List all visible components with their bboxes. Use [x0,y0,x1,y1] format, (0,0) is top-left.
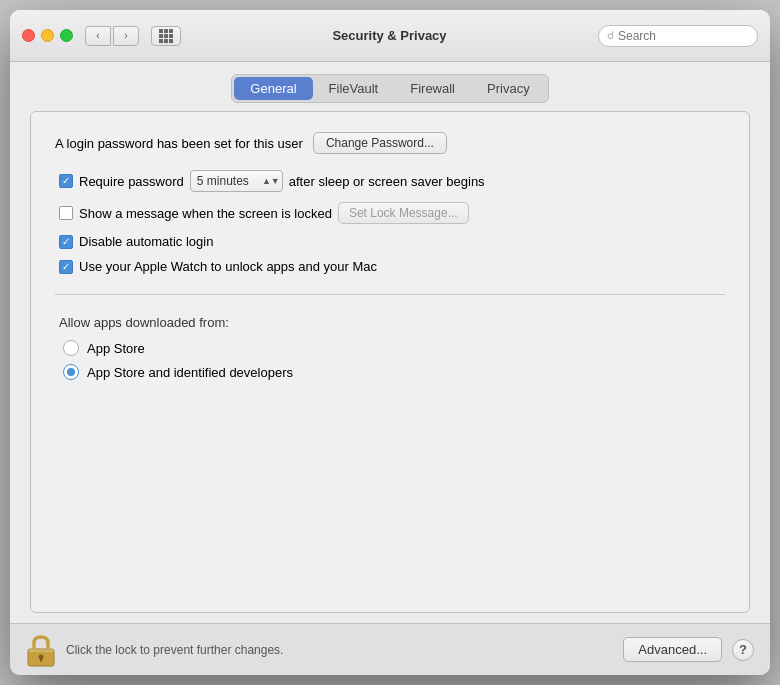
lock-icon[interactable] [26,633,56,667]
radio-app-store-identified-row: App Store and identified developers [59,364,725,380]
tab-filevault[interactable]: FileVault [313,77,395,100]
grid-view-button[interactable] [151,26,181,46]
require-password-checkbox[interactable] [59,174,73,188]
minimize-button[interactable] [41,29,54,42]
radio-app-store-identified[interactable] [63,364,79,380]
titlebar: ‹ › Security & Privacy ☌ [10,10,770,62]
tab-privacy[interactable]: Privacy [471,77,546,100]
grid-icon [159,29,173,43]
require-password-select[interactable]: immediately 5 seconds 1 minute 5 minutes… [190,170,283,192]
radio-app-store-row: App Store [59,340,725,356]
advanced-button[interactable]: Advanced... [623,637,722,662]
apple-watch-checkbox[interactable] [59,260,73,274]
require-password-dropdown-wrapper: immediately 5 seconds 1 minute 5 minutes… [190,170,283,192]
disable-autologin-label: Disable automatic login [79,234,213,249]
traffic-lights [22,29,73,42]
show-message-label: Show a message when the screen is locked [79,206,332,221]
close-button[interactable] [22,29,35,42]
apple-watch-label: Use your Apple Watch to unlock apps and … [79,259,377,274]
tabs: General FileVault Firewall Privacy [231,74,548,103]
disable-autologin-checkbox[interactable] [59,235,73,249]
content-area: A login password has been set for this u… [30,111,750,613]
help-button[interactable]: ? [732,639,754,661]
password-label: A login password has been set for this u… [55,136,303,151]
forward-button[interactable]: › [113,26,139,46]
search-input[interactable] [618,29,749,43]
footer-lock-text: Click the lock to prevent further change… [66,643,613,657]
back-button[interactable]: ‹ [85,26,111,46]
disable-autologin-row: Disable automatic login [55,234,725,249]
change-password-button[interactable]: Change Password... [313,132,447,154]
search-box[interactable]: ☌ [598,25,758,47]
footer: Click the lock to prevent further change… [10,623,770,675]
tab-general[interactable]: General [234,77,312,100]
divider [55,294,725,295]
tab-firewall[interactable]: Firewall [394,77,471,100]
main-window: ‹ › Security & Privacy ☌ General FileVau… [10,10,770,675]
tabs-container: General FileVault Firewall Privacy [10,62,770,111]
svg-rect-3 [28,649,54,652]
require-password-label: Require password [79,174,184,189]
search-icon: ☌ [607,29,614,42]
radio-app-store-label: App Store [87,341,145,356]
password-row: A login password has been set for this u… [55,132,725,154]
show-message-row: Show a message when the screen is locked… [55,202,725,224]
svg-rect-2 [40,657,42,662]
allow-apps-label: Allow apps downloaded from: [59,315,725,330]
show-message-checkbox[interactable] [59,206,73,220]
maximize-button[interactable] [60,29,73,42]
window-title: Security & Privacy [189,28,590,43]
radio-app-store[interactable] [63,340,79,356]
require-password-row: Require password immediately 5 seconds 1… [55,170,725,192]
set-lock-message-button[interactable]: Set Lock Message... [338,202,469,224]
require-password-after-label: after sleep or screen saver begins [289,174,485,189]
radio-app-store-identified-label: App Store and identified developers [87,365,293,380]
allow-apps-section: Allow apps downloaded from: App Store Ap… [55,315,725,380]
apple-watch-row: Use your Apple Watch to unlock apps and … [55,259,725,274]
nav-buttons: ‹ › [85,26,139,46]
